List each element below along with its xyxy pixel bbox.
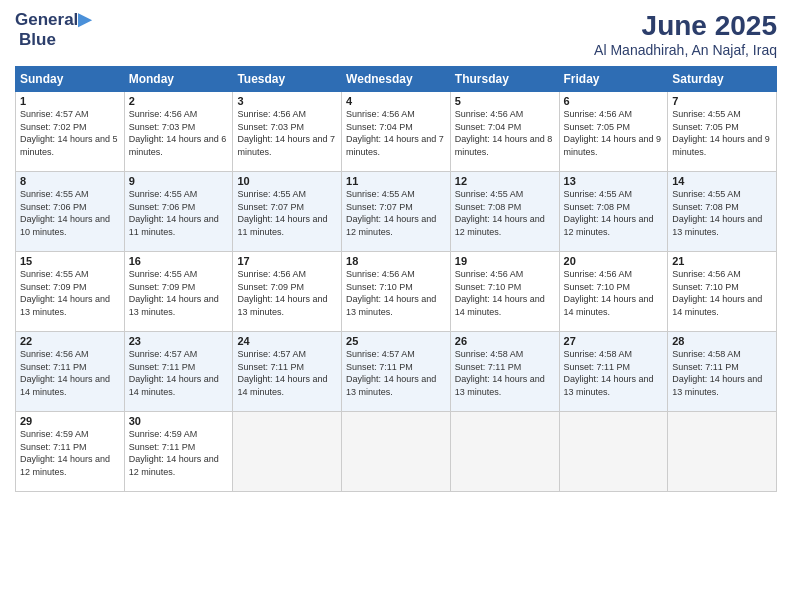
day-number: 20 [564, 255, 664, 267]
day-info: Sunrise: 4:55 AMSunset: 7:07 PMDaylight:… [237, 189, 327, 237]
th-monday: Monday [124, 67, 233, 92]
header: General▶ Blue June 2025 Al Manadhirah, A… [15, 10, 777, 58]
day-number: 11 [346, 175, 446, 187]
day-info: Sunrise: 4:55 AMSunset: 7:08 PMDaylight:… [672, 189, 762, 237]
day-number: 16 [129, 255, 229, 267]
day-number: 27 [564, 335, 664, 347]
day-cell: 16Sunrise: 4:55 AMSunset: 7:09 PMDayligh… [124, 252, 233, 332]
day-cell: 12Sunrise: 4:55 AMSunset: 7:08 PMDayligh… [450, 172, 559, 252]
month-title: June 2025 [594, 10, 777, 42]
day-number: 30 [129, 415, 229, 427]
th-saturday: Saturday [668, 67, 777, 92]
day-cell [668, 412, 777, 492]
day-cell: 3Sunrise: 4:56 AMSunset: 7:03 PMDaylight… [233, 92, 342, 172]
day-info: Sunrise: 4:55 AMSunset: 7:05 PMDaylight:… [672, 109, 770, 157]
day-number: 23 [129, 335, 229, 347]
day-info: Sunrise: 4:58 AMSunset: 7:11 PMDaylight:… [455, 349, 545, 397]
day-number: 6 [564, 95, 664, 107]
day-number: 19 [455, 255, 555, 267]
logo-text: General▶ [15, 10, 91, 30]
day-cell [342, 412, 451, 492]
day-number: 28 [672, 335, 772, 347]
day-cell: 2Sunrise: 4:56 AMSunset: 7:03 PMDaylight… [124, 92, 233, 172]
day-cell: 4Sunrise: 4:56 AMSunset: 7:04 PMDaylight… [342, 92, 451, 172]
day-info: Sunrise: 4:58 AMSunset: 7:11 PMDaylight:… [564, 349, 654, 397]
day-cell: 9Sunrise: 4:55 AMSunset: 7:06 PMDaylight… [124, 172, 233, 252]
day-info: Sunrise: 4:56 AMSunset: 7:10 PMDaylight:… [564, 269, 654, 317]
day-info: Sunrise: 4:59 AMSunset: 7:11 PMDaylight:… [129, 429, 219, 477]
day-number: 21 [672, 255, 772, 267]
page: General▶ Blue June 2025 Al Manadhirah, A… [0, 0, 792, 612]
day-info: Sunrise: 4:56 AMSunset: 7:10 PMDaylight:… [672, 269, 762, 317]
day-cell: 10Sunrise: 4:55 AMSunset: 7:07 PMDayligh… [233, 172, 342, 252]
day-cell: 15Sunrise: 4:55 AMSunset: 7:09 PMDayligh… [16, 252, 125, 332]
day-info: Sunrise: 4:55 AMSunset: 7:08 PMDaylight:… [564, 189, 654, 237]
day-cell: 25Sunrise: 4:57 AMSunset: 7:11 PMDayligh… [342, 332, 451, 412]
day-number: 7 [672, 95, 772, 107]
day-cell: 17Sunrise: 4:56 AMSunset: 7:09 PMDayligh… [233, 252, 342, 332]
day-cell: 18Sunrise: 4:56 AMSunset: 7:10 PMDayligh… [342, 252, 451, 332]
day-cell: 5Sunrise: 4:56 AMSunset: 7:04 PMDaylight… [450, 92, 559, 172]
day-cell: 20Sunrise: 4:56 AMSunset: 7:10 PMDayligh… [559, 252, 668, 332]
day-number: 1 [20, 95, 120, 107]
day-info: Sunrise: 4:57 AMSunset: 7:11 PMDaylight:… [129, 349, 219, 397]
day-cell: 13Sunrise: 4:55 AMSunset: 7:08 PMDayligh… [559, 172, 668, 252]
day-cell: 28Sunrise: 4:58 AMSunset: 7:11 PMDayligh… [668, 332, 777, 412]
location-title: Al Manadhirah, An Najaf, Iraq [594, 42, 777, 58]
day-number: 8 [20, 175, 120, 187]
day-number: 29 [20, 415, 120, 427]
day-cell [450, 412, 559, 492]
day-cell: 1Sunrise: 4:57 AMSunset: 7:02 PMDaylight… [16, 92, 125, 172]
day-info: Sunrise: 4:55 AMSunset: 7:09 PMDaylight:… [20, 269, 110, 317]
day-number: 18 [346, 255, 446, 267]
day-number: 4 [346, 95, 446, 107]
week-row-0: 1Sunrise: 4:57 AMSunset: 7:02 PMDaylight… [16, 92, 777, 172]
day-info: Sunrise: 4:56 AMSunset: 7:04 PMDaylight:… [455, 109, 553, 157]
day-info: Sunrise: 4:56 AMSunset: 7:10 PMDaylight:… [346, 269, 436, 317]
header-row: Sunday Monday Tuesday Wednesday Thursday… [16, 67, 777, 92]
th-wednesday: Wednesday [342, 67, 451, 92]
day-info: Sunrise: 4:56 AMSunset: 7:03 PMDaylight:… [129, 109, 227, 157]
day-number: 13 [564, 175, 664, 187]
th-sunday: Sunday [16, 67, 125, 92]
logo: General▶ Blue [15, 10, 91, 50]
day-cell: 7Sunrise: 4:55 AMSunset: 7:05 PMDaylight… [668, 92, 777, 172]
day-number: 15 [20, 255, 120, 267]
day-info: Sunrise: 4:57 AMSunset: 7:11 PMDaylight:… [346, 349, 436, 397]
th-friday: Friday [559, 67, 668, 92]
day-number: 24 [237, 335, 337, 347]
day-number: 25 [346, 335, 446, 347]
day-info: Sunrise: 4:56 AMSunset: 7:05 PMDaylight:… [564, 109, 662, 157]
day-number: 12 [455, 175, 555, 187]
day-info: Sunrise: 4:57 AMSunset: 7:02 PMDaylight:… [20, 109, 118, 157]
day-info: Sunrise: 4:56 AMSunset: 7:03 PMDaylight:… [237, 109, 335, 157]
day-number: 10 [237, 175, 337, 187]
day-cell: 26Sunrise: 4:58 AMSunset: 7:11 PMDayligh… [450, 332, 559, 412]
day-number: 14 [672, 175, 772, 187]
day-info: Sunrise: 4:58 AMSunset: 7:11 PMDaylight:… [672, 349, 762, 397]
day-cell: 23Sunrise: 4:57 AMSunset: 7:11 PMDayligh… [124, 332, 233, 412]
day-cell: 30Sunrise: 4:59 AMSunset: 7:11 PMDayligh… [124, 412, 233, 492]
day-cell: 19Sunrise: 4:56 AMSunset: 7:10 PMDayligh… [450, 252, 559, 332]
title-block: June 2025 Al Manadhirah, An Najaf, Iraq [594, 10, 777, 58]
day-number: 2 [129, 95, 229, 107]
th-tuesday: Tuesday [233, 67, 342, 92]
day-cell: 8Sunrise: 4:55 AMSunset: 7:06 PMDaylight… [16, 172, 125, 252]
day-number: 26 [455, 335, 555, 347]
day-info: Sunrise: 4:59 AMSunset: 7:11 PMDaylight:… [20, 429, 110, 477]
day-info: Sunrise: 4:56 AMSunset: 7:11 PMDaylight:… [20, 349, 110, 397]
week-row-1: 8Sunrise: 4:55 AMSunset: 7:06 PMDaylight… [16, 172, 777, 252]
th-thursday: Thursday [450, 67, 559, 92]
day-info: Sunrise: 4:55 AMSunset: 7:06 PMDaylight:… [20, 189, 110, 237]
day-cell: 22Sunrise: 4:56 AMSunset: 7:11 PMDayligh… [16, 332, 125, 412]
week-row-4: 29Sunrise: 4:59 AMSunset: 7:11 PMDayligh… [16, 412, 777, 492]
week-row-2: 15Sunrise: 4:55 AMSunset: 7:09 PMDayligh… [16, 252, 777, 332]
day-cell: 27Sunrise: 4:58 AMSunset: 7:11 PMDayligh… [559, 332, 668, 412]
day-cell: 6Sunrise: 4:56 AMSunset: 7:05 PMDaylight… [559, 92, 668, 172]
day-cell: 24Sunrise: 4:57 AMSunset: 7:11 PMDayligh… [233, 332, 342, 412]
day-cell: 29Sunrise: 4:59 AMSunset: 7:11 PMDayligh… [16, 412, 125, 492]
day-number: 5 [455, 95, 555, 107]
day-info: Sunrise: 4:55 AMSunset: 7:08 PMDaylight:… [455, 189, 545, 237]
day-cell [233, 412, 342, 492]
day-number: 9 [129, 175, 229, 187]
